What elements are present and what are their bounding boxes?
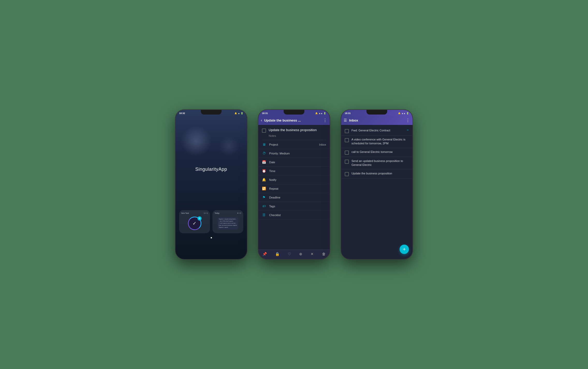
checkmark-icon: ✓ (193, 221, 196, 226)
task-title-section: Update the business proposition (258, 125, 330, 134)
widget2-size: 4 × 2 (237, 212, 241, 214)
widget2-content-area: Задачи с нашим предложен... ...ем о Обыч… (215, 216, 241, 231)
inbox-item-5[interactable]: Update the business proposition (341, 169, 413, 179)
mute-icon: 🔔 (315, 112, 318, 115)
tags-icon: 🏷 (262, 204, 266, 208)
task-row-priority[interactable]: ⏱ Priority: Medium (258, 149, 330, 158)
task-row-date[interactable]: 📅 Date (258, 158, 330, 167)
page-indicator (175, 237, 247, 238)
widgets-area: New Task 1 × 1 ✓ + Today 4 × 2 (175, 210, 247, 233)
notify-icon: 🔔 (262, 178, 266, 182)
date-icon: 📅 (262, 160, 266, 164)
signal-icon-3: ▲▲ (401, 112, 406, 115)
inbox-item-text-2: A video conference with General Electric… (351, 138, 409, 146)
phone-1: 18:32 🔔 ▲ 🔋 SingularityApp New Task 1 × … (175, 109, 247, 260)
time-icon: ⏰ (262, 169, 266, 173)
widget2-line-1: Задачи с нашим предложен... (219, 218, 237, 220)
inbox-item-1[interactable]: Fwd: General Electric Contract ✏ (341, 126, 413, 136)
widget2-header: Today 4 × 2 (215, 212, 241, 214)
task-row-project[interactable]: 🖥 Project Inbox (258, 140, 330, 149)
widget2-label: Today (215, 212, 219, 214)
menu-button[interactable]: ☰ (344, 118, 347, 122)
status-icons-2: 🔔 ▲▲ 🔋 (315, 112, 326, 115)
widget1-icon-area: ✓ + (181, 216, 208, 231)
widget1-header: New Task 1 × 1 (181, 212, 208, 214)
inbox-checkbox-4[interactable] (345, 160, 349, 164)
task-checkbox[interactable] (262, 129, 266, 133)
status-time-2: 18:31 (262, 112, 268, 115)
checklist-label: Checklist (269, 214, 326, 217)
status-bar-3: 18:31 🔔 ▲▲ 🔋 (341, 110, 413, 116)
inbox-checkbox-5[interactable] (345, 172, 349, 176)
signal-icon-2: ▲▲ (319, 112, 323, 115)
priority-icon: ⏱ (262, 151, 266, 155)
heart-icon[interactable]: ♡ (288, 252, 291, 256)
inbox-item-3[interactable]: call to General Electric tomorrow (341, 148, 413, 157)
widget1-label: New Task (181, 212, 189, 214)
project-label: Project (269, 143, 316, 146)
more-button[interactable]: ⋮ (323, 118, 327, 123)
battery-icon: 🔋 (241, 112, 243, 115)
inbox-checkbox-1[interactable] (345, 129, 349, 133)
fab-button[interactable]: + (400, 245, 409, 254)
inbox-item-text-5: Update the business proposition (351, 172, 409, 175)
deadline-icon: ⚑ (262, 195, 266, 199)
inbox-checkbox-2[interactable] (345, 138, 349, 142)
task-row-deadline[interactable]: ⚑ Deadline (258, 193, 330, 202)
task-row-notify[interactable]: 🔔 Notify (258, 175, 330, 184)
widget2-line-4: Ещё три выполненные задачи (219, 224, 237, 226)
checklist-icon: ☰ (262, 213, 266, 217)
task-notes[interactable]: Notes (258, 134, 330, 140)
widget2-line-2: ...ем о Обычный задачи (219, 220, 237, 222)
task-row-time[interactable]: ⏰ Time (258, 167, 330, 175)
inbox-checkbox-3[interactable] (345, 151, 349, 155)
back-button[interactable]: ‹ (261, 118, 262, 122)
project-icon: 🖥 (262, 143, 266, 146)
date-label: Date (269, 161, 326, 164)
move-icon[interactable]: ⊕ (299, 252, 302, 256)
inbox-title: Inbox (349, 118, 404, 122)
status-icons-1: 🔔 ▲ 🔋 (234, 112, 243, 115)
task-main-title: Update the business proposition (269, 128, 317, 132)
new-task-widget[interactable]: New Task 1 × 1 ✓ + (179, 210, 210, 233)
task-row-tags[interactable]: 🏷 Tags (258, 202, 330, 211)
task-row-checklist[interactable]: ☰ Checklist (258, 211, 330, 219)
widget2-task-list: Задачи с нашим предложен... ...ем о Обыч… (218, 217, 238, 230)
widget2-line-5: Задача с заной (219, 226, 237, 228)
app-name: SingularityApp (175, 167, 247, 172)
inbox-item-4[interactable]: Send an updated business proposition to … (341, 157, 413, 169)
status-bar-1: 18:32 🔔 ▲ 🔋 (175, 110, 247, 116)
page-dot (211, 237, 212, 238)
repeat-icon: 🔁 (262, 187, 266, 190)
pin-icon[interactable]: 📌 (262, 252, 267, 256)
lock-icon[interactable]: 🔒 (275, 252, 280, 256)
repeat-label: Repeat (269, 187, 326, 190)
signal-icon: 🔔 (234, 112, 237, 115)
widget1-size: 1 × 1 (204, 212, 208, 214)
phone-3: 18:31 🔔 ▲▲ 🔋 ☰ Inbox ⋮ Fwd: General Elec… (341, 109, 413, 260)
today-widget[interactable]: Today 4 × 2 Задачи с нашим предложен... … (212, 210, 243, 233)
battery-icon-3: 🔋 (406, 112, 409, 115)
battery-icon-2: 🔋 (324, 112, 326, 115)
inbox-item-badge-1: ✏ (407, 129, 409, 131)
inbox-item-text-4: Send an updated business proposition to … (351, 159, 409, 167)
inbox-item-2[interactable]: A video conference with General Electric… (341, 136, 413, 148)
inbox-item-text-1: Fwd: General Electric Contract (351, 129, 404, 132)
delete-icon[interactable]: 🗑 (322, 252, 326, 256)
status-icons-3: 🔔 ▲▲ 🔋 (398, 112, 409, 115)
inbox-more-button[interactable]: ⋮ (406, 118, 410, 123)
task-toolbar: 📌 🔒 ♡ ⊕ ✕ 🗑 (258, 250, 330, 259)
mute-icon-3: 🔔 (398, 112, 401, 115)
phone-2: 18:31 🔔 ▲▲ 🔋 ‹ Update the business ... ⋮… (258, 109, 330, 260)
task-row-repeat[interactable]: 🔁 Repeat (258, 184, 330, 193)
status-bar-2: 18:31 🔔 ▲▲ 🔋 (258, 110, 330, 116)
plus-badge: + (197, 216, 202, 221)
task-detail-header: ‹ Update the business ... ⋮ (258, 116, 330, 125)
notify-label: Notify (269, 178, 326, 181)
time-label: Time (269, 169, 326, 173)
tags-label: Tags (269, 205, 326, 208)
task-circle: ✓ + (188, 217, 201, 230)
widget2-line-3: У этой задачи много настро... (219, 222, 237, 224)
inbox-list: Fwd: General Electric Contract ✏ A video… (341, 125, 413, 180)
close-icon[interactable]: ✕ (311, 252, 314, 256)
